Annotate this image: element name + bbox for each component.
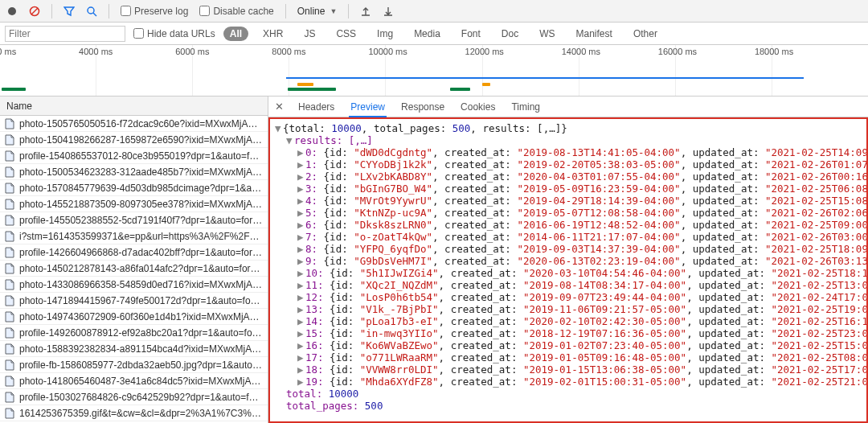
overview-tick-label: 4000 ms	[79, 47, 113, 56]
request-row[interactable]: photo-1504198266287-1659872e6590?ixid=MX…	[0, 132, 268, 148]
record-icon[interactable]	[6, 6, 18, 17]
filter-toggle-icon[interactable]	[63, 6, 75, 17]
request-name: profile-1455052388552-5cd7191f40f7?dpr=1…	[19, 215, 263, 226]
disable-cache-checkbox[interactable]: Disable cache	[199, 6, 273, 17]
tab-preview[interactable]: Preview	[349, 97, 387, 117]
download-icon[interactable]	[383, 6, 394, 17]
request-row[interactable]: photo-1570845779639-4d503db985dcimage?dp…	[0, 180, 268, 196]
document-icon	[5, 392, 14, 403]
request-list[interactable]: photo-1505765050516-f72dcac9c60e?ixid=MX…	[0, 116, 268, 423]
document-icon	[5, 279, 14, 290]
overview-mark	[450, 88, 470, 91]
request-row[interactable]: photo-1497436072909-60f360e1d4b1?ixid=MX…	[0, 309, 268, 325]
json-line[interactable]: ▶16: {id: "Ko6WVaBZEwo", created_at: "20…	[275, 339, 862, 351]
request-row[interactable]: i?stm=1614353599371&e=pp&url=https%3A%2F…	[0, 228, 268, 244]
document-icon	[5, 408, 14, 419]
json-line[interactable]: ▶13: {id: "V1k_-7BjPbI", created_at: "20…	[275, 303, 862, 315]
document-icon	[5, 247, 14, 258]
request-row[interactable]: photo-1433086966358-54859d0ed716?ixid=MX…	[0, 277, 268, 293]
json-line[interactable]: ▶10: {id: "5h1IJwIZGi4", created_at: "20…	[275, 267, 862, 279]
type-filter-js[interactable]: JS	[297, 27, 321, 41]
json-line[interactable]: ▶19: {id: "Mhda6XYdFZ8", created_at: "20…	[275, 376, 862, 388]
close-icon[interactable]: ✕	[275, 101, 284, 113]
json-line[interactable]: total: 10000	[275, 388, 862, 400]
document-icon	[5, 118, 14, 129]
request-row[interactable]: 1614253675359.gif&t=&cw=&cl=&dpr=2%3A1%7…	[0, 405, 268, 421]
json-line[interactable]: ▶4: {id: "MVrOt9YywrU", created_at: "201…	[275, 195, 862, 207]
tab-headers[interactable]: Headers	[297, 97, 336, 117]
type-filter-manifest[interactable]: Manifest	[570, 27, 619, 41]
request-column-header[interactable]: Name	[0, 97, 268, 116]
tab-timing[interactable]: Timing	[510, 97, 542, 117]
separator	[285, 4, 286, 18]
document-icon	[5, 311, 14, 322]
type-filter-xhr[interactable]: XHR	[256, 27, 289, 41]
request-row[interactable]: profile-1426604966868-d7adac402bff?dpr=1…	[0, 244, 268, 261]
json-line[interactable]: ▶7: {id: "o-zOatT4kQw", created_at: "201…	[275, 231, 862, 243]
type-filter-media[interactable]: Media	[407, 27, 447, 41]
json-line[interactable]: ▶12: {id: "LosP0h6tb54", created_at: "20…	[275, 291, 862, 303]
upload-icon[interactable]	[360, 6, 371, 17]
request-row[interactable]: photo-1418065460487-3e41a6c84dc5?ixid=MX…	[0, 373, 268, 389]
filter-input[interactable]	[5, 26, 125, 42]
request-row[interactable]: photo-1505765050516-f72dcac9c60e?ixid=MX…	[0, 116, 268, 132]
type-filter-all[interactable]: All	[223, 27, 248, 41]
search-icon[interactable]	[86, 6, 97, 17]
request-row[interactable]: photo-1471894415967-749fe500172d?dpr=1&a…	[0, 293, 268, 309]
json-line[interactable]: ▶2: {id: "LXv2bKABD8Y", created_at: "202…	[275, 170, 862, 183]
overview-mark	[2, 88, 26, 91]
json-line[interactable]: ▶18: {id: "VVWW8rr0LDI", created_at: "20…	[275, 363, 862, 376]
document-icon	[5, 343, 14, 355]
request-row[interactable]: profile-1492600878912-ef92a8bc20a1?dpr=1…	[0, 325, 268, 341]
waterfall-overview[interactable]: 2000 ms4000 ms6000 ms8000 ms10000 ms1200…	[0, 45, 868, 97]
tab-response[interactable]: Response	[399, 97, 446, 117]
overview-range	[286, 77, 804, 79]
overview-tick-label: 16000 ms	[658, 47, 697, 56]
json-line[interactable]: ▶9: {id: "G9bDsVeHM7I", created_at: "202…	[275, 255, 862, 267]
request-name: photo-1450212878143-a86fa014afc2?dpr=1&a…	[19, 263, 263, 274]
document-icon	[5, 327, 14, 339]
request-row[interactable]: profile-1455052388552-5cd7191f40f7?dpr=1…	[0, 212, 268, 228]
json-line[interactable]: ▶15: {id: "in-mwq3YIIo", created_at: "20…	[275, 327, 862, 339]
preserve-log-checkbox[interactable]: Preserve log	[121, 6, 188, 17]
document-icon	[5, 231, 14, 242]
hide-data-urls-checkbox[interactable]: Hide data URLs	[133, 28, 215, 39]
json-line[interactable]: ▶1: {id: "CYYoDBj1k2k", created_at: "201…	[275, 158, 862, 170]
request-row[interactable]: photo-1588392382834-a891154bca4d?ixid=MX…	[0, 341, 268, 357]
json-line[interactable]: ▶6: {id: "Dksk8szLRN0", created_at: "201…	[275, 219, 862, 231]
json-line[interactable]: ▶3: {id: "bGInG7BO_W4", created_at: "201…	[275, 183, 862, 195]
overview-tick-label: 10000 ms	[368, 47, 407, 56]
json-preview[interactable]: ▼{total: 10000, total_pages: 500, result…	[268, 117, 868, 423]
type-filter-ws[interactable]: WS	[533, 27, 561, 41]
type-filter-doc[interactable]: Doc	[495, 27, 525, 41]
request-row[interactable]: profile-1540865537012-80ce3b955019?dpr=1…	[0, 148, 268, 164]
document-icon	[5, 134, 14, 146]
throttle-select[interactable]: Online ▼	[297, 6, 338, 17]
type-filter-other[interactable]: Other	[627, 27, 664, 41]
json-line[interactable]: ▼results: [,…]	[275, 134, 862, 146]
json-line[interactable]: ▶17: {id: "o771LWRaaRM", created_at: "20…	[275, 351, 862, 363]
type-filter-img[interactable]: Img	[371, 27, 399, 41]
request-name: profile-fb-1586085977-2dbda32aeb50.jpg?d…	[19, 359, 263, 371]
request-name: photo-1418065460487-3e41a6c84dc5?ixid=MX…	[19, 376, 263, 387]
request-row[interactable]: photo-1450212878143-a86fa014afc2?dpr=1&a…	[0, 261, 268, 277]
clear-icon[interactable]	[29, 6, 40, 17]
hide-data-urls-label: Hide data URLs	[147, 28, 215, 39]
json-line[interactable]: ▶5: {id: "KtnNZp-uc9A", created_at: "201…	[275, 207, 862, 219]
document-icon	[5, 199, 14, 210]
request-name: 1614253675359.gif&t=&cw=&cl=&dpr=2%3A1%7…	[19, 408, 263, 419]
request-row[interactable]: photo-1455218873509-8097305ee378?ixid=MX…	[0, 196, 268, 212]
type-filter-css[interactable]: CSS	[330, 27, 362, 41]
tab-cookies[interactable]: Cookies	[459, 97, 497, 117]
json-line[interactable]: ▶8: {id: "YFPQ_6yqfDo", created_at: "201…	[275, 243, 862, 255]
json-line[interactable]: ▶11: {id: "XQc2I_NQZdM", created_at: "20…	[275, 279, 862, 291]
request-row[interactable]: profile-1503027684826-c9c642529b92?dpr=1…	[0, 389, 268, 405]
json-line[interactable]: ▶14: {id: "pLoa17b3-eI", created_at: "20…	[275, 315, 862, 327]
request-row[interactable]: profile-fb-1586085977-2dbda32aeb50.jpg?d…	[0, 357, 268, 373]
separator	[51, 4, 52, 18]
request-row[interactable]: photo-1500534623283-312aade485b7?ixid=MX…	[0, 164, 268, 180]
json-line[interactable]: total_pages: 500	[275, 400, 862, 412]
type-filter-font[interactable]: Font	[455, 27, 487, 41]
json-line[interactable]: ▶0: {id: "dWD0dCgdntg", created_at: "201…	[275, 146, 862, 158]
json-line[interactable]: ▼{total: 10000, total_pages: 500, result…	[275, 122, 862, 134]
